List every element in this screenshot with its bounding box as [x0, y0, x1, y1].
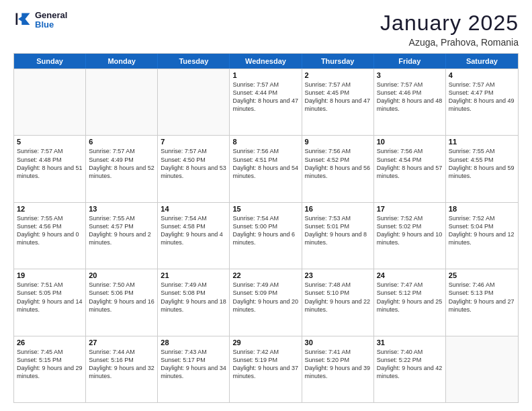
- day-number: 28: [161, 338, 226, 347]
- logo-text: General Blue: [35, 11, 67, 30]
- cal-cell-day-31: 31Sunrise: 7:40 AMSunset: 5:22 PMDayligh…: [374, 336, 446, 402]
- day-number: 17: [377, 205, 443, 213]
- cal-cell-day-18: 18Sunrise: 7:52 AMSunset: 5:04 PMDayligh…: [446, 203, 518, 269]
- cell-info: Sunrise: 7:54 AMSunset: 5:00 PMDaylight:…: [232, 214, 298, 247]
- cal-cell-day-5: 5Sunrise: 7:57 AMSunset: 4:48 PMDaylight…: [14, 136, 86, 201]
- header: General Blue January 2025 Azuga, Prahova…: [13, 11, 519, 48]
- svg-rect-1: [16, 13, 18, 26]
- cell-info: Sunrise: 7:45 AMSunset: 5:15 PMDaylight:…: [17, 348, 83, 381]
- cal-header-monday: Monday: [86, 54, 158, 68]
- day-number: 27: [89, 338, 154, 347]
- cal-cell-day-23: 23Sunrise: 7:48 AMSunset: 5:10 PMDayligh…: [302, 269, 374, 335]
- day-number: 10: [377, 138, 443, 146]
- cell-info: Sunrise: 7:57 AMSunset: 4:46 PMDaylight:…: [377, 81, 443, 113]
- cell-info: Sunrise: 7:48 AMSunset: 5:10 PMDaylight:…: [305, 281, 371, 314]
- cal-cell-day-15: 15Sunrise: 7:54 AMSunset: 5:00 PMDayligh…: [230, 203, 302, 269]
- cal-header-tuesday: Tuesday: [158, 54, 230, 68]
- cal-cell-day-11: 11Sunrise: 7:55 AMSunset: 4:55 PMDayligh…: [446, 136, 518, 201]
- cell-info: Sunrise: 7:55 AMSunset: 4:55 PMDaylight:…: [449, 147, 515, 180]
- day-number: 29: [232, 338, 298, 347]
- cal-week-2: 5Sunrise: 7:57 AMSunset: 4:48 PMDaylight…: [14, 135, 518, 201]
- logo: General Blue: [13, 11, 67, 30]
- cal-cell-day-6: 6Sunrise: 7:57 AMSunset: 4:49 PMDaylight…: [86, 136, 158, 201]
- cell-info: Sunrise: 7:40 AMSunset: 5:22 PMDaylight:…: [377, 348, 443, 381]
- cal-cell-day-12: 12Sunrise: 7:55 AMSunset: 4:56 PMDayligh…: [14, 203, 86, 269]
- day-number: 6: [89, 138, 154, 146]
- day-number: 4: [449, 71, 515, 79]
- cell-info: Sunrise: 7:42 AMSunset: 5:19 PMDaylight:…: [232, 348, 298, 381]
- cell-info: Sunrise: 7:44 AMSunset: 5:16 PMDaylight:…: [89, 348, 154, 381]
- day-number: 12: [17, 205, 83, 213]
- calendar-header: SundayMondayTuesdayWednesdayThursdayFrid…: [14, 54, 518, 68]
- cal-cell-day-19: 19Sunrise: 7:51 AMSunset: 5:05 PMDayligh…: [14, 269, 86, 335]
- cal-cell-day-14: 14Sunrise: 7:54 AMSunset: 4:58 PMDayligh…: [158, 203, 230, 269]
- day-number: 2: [305, 71, 371, 79]
- day-number: 11: [449, 138, 515, 146]
- cal-cell-day-2: 2Sunrise: 7:57 AMSunset: 4:45 PMDaylight…: [302, 69, 374, 135]
- cal-cell-day-26: 26Sunrise: 7:45 AMSunset: 5:15 PMDayligh…: [14, 336, 86, 402]
- cal-header-thursday: Thursday: [302, 54, 374, 68]
- cell-info: Sunrise: 7:46 AMSunset: 5:13 PMDaylight:…: [449, 281, 515, 314]
- calendar-body: 1Sunrise: 7:57 AMSunset: 4:44 PMDaylight…: [14, 68, 518, 402]
- cell-info: Sunrise: 7:49 AMSunset: 5:08 PMDaylight:…: [161, 281, 226, 314]
- cal-cell-empty: [446, 336, 518, 402]
- cal-header-wednesday: Wednesday: [230, 54, 302, 68]
- logo-icon: [13, 11, 32, 30]
- cal-cell-empty: [86, 69, 158, 135]
- cal-cell-day-4: 4Sunrise: 7:57 AMSunset: 4:47 PMDaylight…: [446, 69, 518, 135]
- cal-cell-empty: [158, 69, 230, 135]
- cell-info: Sunrise: 7:43 AMSunset: 5:17 PMDaylight:…: [161, 348, 226, 381]
- cell-info: Sunrise: 7:54 AMSunset: 4:58 PMDaylight:…: [161, 214, 226, 247]
- cal-cell-day-29: 29Sunrise: 7:42 AMSunset: 5:19 PMDayligh…: [230, 336, 302, 402]
- calendar-title: January 2025: [380, 11, 519, 36]
- cell-info: Sunrise: 7:57 AMSunset: 4:44 PMDaylight:…: [232, 81, 298, 113]
- day-number: 18: [449, 205, 515, 213]
- cal-cell-day-30: 30Sunrise: 7:41 AMSunset: 5:20 PMDayligh…: [302, 336, 374, 402]
- day-number: 23: [305, 271, 371, 279]
- day-number: 21: [161, 271, 226, 279]
- cell-info: Sunrise: 7:56 AMSunset: 4:52 PMDaylight:…: [305, 147, 371, 180]
- cal-cell-day-21: 21Sunrise: 7:49 AMSunset: 5:08 PMDayligh…: [158, 269, 230, 335]
- cal-cell-day-22: 22Sunrise: 7:49 AMSunset: 5:09 PMDayligh…: [230, 269, 302, 335]
- cal-header-saturday: Saturday: [446, 54, 518, 68]
- day-number: 13: [89, 205, 154, 213]
- day-number: 25: [449, 271, 515, 279]
- cal-cell-day-25: 25Sunrise: 7:46 AMSunset: 5:13 PMDayligh…: [446, 269, 518, 335]
- day-number: 30: [305, 338, 371, 347]
- day-number: 22: [232, 271, 298, 279]
- cal-cell-day-24: 24Sunrise: 7:47 AMSunset: 5:12 PMDayligh…: [374, 269, 446, 335]
- cal-week-1: 1Sunrise: 7:57 AMSunset: 4:44 PMDaylight…: [14, 68, 518, 135]
- cal-cell-day-17: 17Sunrise: 7:52 AMSunset: 5:02 PMDayligh…: [374, 203, 446, 269]
- day-number: 15: [232, 205, 298, 213]
- cal-cell-day-7: 7Sunrise: 7:57 AMSunset: 4:50 PMDaylight…: [158, 136, 230, 201]
- calendar-subtitle: Azuga, Prahova, Romania: [380, 37, 519, 48]
- cal-cell-day-8: 8Sunrise: 7:56 AMSunset: 4:51 PMDaylight…: [230, 136, 302, 201]
- cal-week-3: 12Sunrise: 7:55 AMSunset: 4:56 PMDayligh…: [14, 202, 518, 269]
- day-number: 26: [17, 338, 83, 347]
- cell-info: Sunrise: 7:56 AMSunset: 4:54 PMDaylight:…: [377, 147, 443, 180]
- cal-cell-day-9: 9Sunrise: 7:56 AMSunset: 4:52 PMDaylight…: [302, 136, 374, 201]
- cell-info: Sunrise: 7:57 AMSunset: 4:49 PMDaylight:…: [89, 147, 154, 180]
- day-number: 24: [377, 271, 443, 279]
- cell-info: Sunrise: 7:56 AMSunset: 4:51 PMDaylight:…: [232, 147, 298, 180]
- day-number: 5: [17, 138, 83, 146]
- cal-week-4: 19Sunrise: 7:51 AMSunset: 5:05 PMDayligh…: [14, 269, 518, 335]
- cal-header-friday: Friday: [374, 54, 446, 68]
- cal-cell-empty: [14, 69, 86, 135]
- cell-info: Sunrise: 7:55 AMSunset: 4:57 PMDaylight:…: [89, 214, 154, 247]
- cell-info: Sunrise: 7:57 AMSunset: 4:48 PMDaylight:…: [17, 147, 83, 180]
- day-number: 19: [17, 271, 83, 279]
- day-number: 1: [232, 71, 298, 79]
- cell-info: Sunrise: 7:52 AMSunset: 5:02 PMDaylight:…: [377, 214, 443, 247]
- cell-info: Sunrise: 7:47 AMSunset: 5:12 PMDaylight:…: [377, 281, 443, 314]
- cell-info: Sunrise: 7:57 AMSunset: 4:45 PMDaylight:…: [305, 81, 371, 113]
- cell-info: Sunrise: 7:51 AMSunset: 5:05 PMDaylight:…: [17, 281, 83, 314]
- day-number: 16: [305, 205, 371, 213]
- cal-week-5: 26Sunrise: 7:45 AMSunset: 5:15 PMDayligh…: [14, 336, 518, 402]
- day-number: 9: [305, 138, 371, 146]
- cal-cell-day-3: 3Sunrise: 7:57 AMSunset: 4:46 PMDaylight…: [374, 69, 446, 135]
- day-number: 8: [232, 138, 298, 146]
- cal-cell-day-28: 28Sunrise: 7:43 AMSunset: 5:17 PMDayligh…: [158, 336, 230, 402]
- day-number: 3: [377, 71, 443, 79]
- cell-info: Sunrise: 7:50 AMSunset: 5:06 PMDaylight:…: [89, 281, 154, 314]
